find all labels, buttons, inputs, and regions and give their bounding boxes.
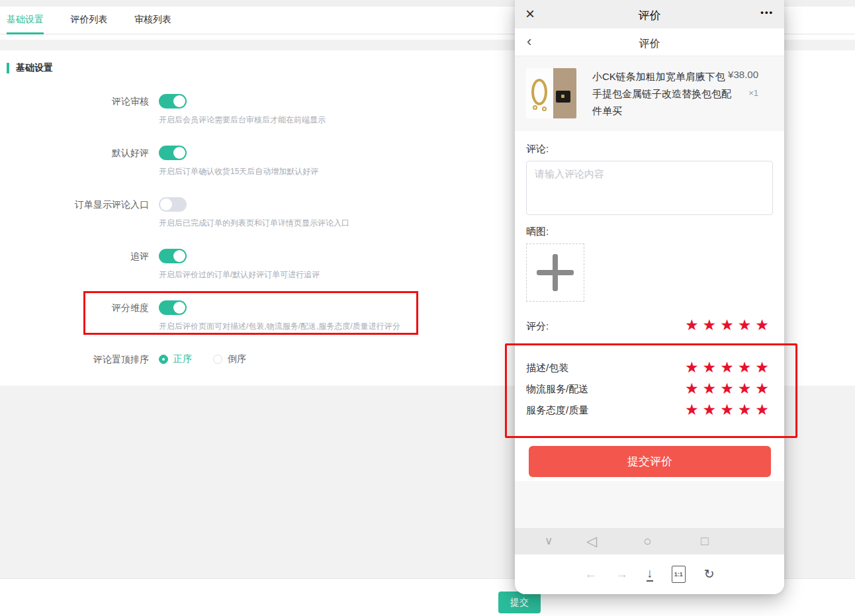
rating-label: 评分: bbox=[526, 320, 549, 333]
comment-label: 评论: bbox=[526, 143, 549, 155]
radio-dot-icon bbox=[159, 355, 168, 364]
default-good-review-toggle[interactable] bbox=[159, 146, 187, 160]
photos-label: 晒图: bbox=[526, 226, 549, 238]
phone-preview-panel: × 评价 ••• ‹ 评价 小CK链条加粗加宽单肩腋下包手提包金属链子改造替换包… bbox=[515, 0, 784, 594]
dimension-label-logistics: 物流服务/配送 bbox=[526, 383, 588, 396]
android-recents-icon[interactable]: □ bbox=[701, 528, 708, 554]
submit-button[interactable]: 提交 bbox=[498, 592, 541, 613]
add-photo-button[interactable] bbox=[526, 243, 584, 302]
tab-basic-settings[interactable]: 基础设置 bbox=[7, 7, 44, 34]
product-price: ¥38.00 bbox=[728, 69, 758, 80]
product-image bbox=[526, 68, 576, 118]
phone-page-title: 评价 bbox=[515, 37, 784, 51]
setting-label: 默认好评 bbox=[0, 146, 159, 177]
more-menu-icon[interactable]: ••• bbox=[760, 7, 774, 17]
follow-up-review-toggle[interactable] bbox=[159, 249, 187, 263]
product-title: 小CK链条加粗加宽单肩腋下包手提包金属链子改造替换包包配件单买 bbox=[592, 68, 733, 120]
android-home-icon[interactable]: ○ bbox=[643, 528, 652, 554]
description-star-rating[interactable]: ★★★★★ bbox=[685, 359, 773, 376]
bag-photo-graphic bbox=[553, 68, 576, 118]
product-quantity: ×1 bbox=[728, 88, 758, 98]
section-accent-bar bbox=[7, 63, 9, 73]
overall-star-rating[interactable]: ★★★★★ bbox=[685, 316, 773, 333]
dimension-label-service: 服务态度/质量 bbox=[526, 404, 588, 417]
plus-icon bbox=[537, 254, 574, 291]
setting-label: 订单显示评论入口 bbox=[0, 197, 159, 229]
phone-header: × 评价 ••• bbox=[515, 0, 784, 28]
android-nav-bar: ∨ ◁ ○ □ bbox=[515, 528, 784, 554]
setting-label: 评分维度 bbox=[0, 300, 159, 332]
setting-label: 评论审核 bbox=[0, 94, 159, 126]
collapse-keyboard-icon[interactable]: ∨ bbox=[545, 528, 553, 554]
android-back-icon[interactable]: ◁ bbox=[586, 528, 597, 554]
toolbar-forward-icon[interactable]: → bbox=[615, 568, 628, 581]
screen: 基础设置 评价列表 审核列表 基础设置 评论审核 开启后会员评论需要后台审核后才… bbox=[0, 0, 855, 616]
dimension-label-description: 描述/包装 bbox=[526, 362, 568, 374]
refresh-icon[interactable]: ↻ bbox=[704, 568, 715, 581]
radio-label: 倒序 bbox=[228, 353, 246, 365]
order-comment-entry-toggle[interactable] bbox=[159, 197, 187, 212]
setting-label: 评论置顶排序 bbox=[0, 352, 159, 367]
radio-dot-icon bbox=[213, 355, 222, 364]
product-summary: 小CK链条加粗加宽单肩腋下包手提包金属链子改造替换包包配件单买 ¥38.00 ×… bbox=[515, 56, 784, 131]
product-price-block: ¥38.00 ×1 bbox=[728, 69, 758, 98]
radio-ascending[interactable]: 正序 bbox=[159, 353, 192, 365]
preview-toolbar: ← → ↓ 1:1 ↻ bbox=[515, 554, 784, 594]
radio-label: 正序 bbox=[173, 353, 192, 365]
phone-header-title: 评价 bbox=[515, 8, 784, 23]
comment-input[interactable] bbox=[526, 161, 773, 215]
phone-subheader: ‹ 评价 bbox=[515, 28, 784, 56]
rating-dimensions-toggle[interactable] bbox=[159, 300, 187, 315]
service-star-rating[interactable]: ★★★★★ bbox=[685, 401, 773, 418]
tab-audit-list[interactable]: 审核列表 bbox=[134, 7, 171, 34]
tab-review-list[interactable]: 评价列表 bbox=[70, 7, 107, 34]
submit-review-button[interactable]: 提交评价 bbox=[529, 446, 771, 477]
toolbar-back-icon[interactable]: ← bbox=[584, 568, 597, 581]
gold-chain-graphic bbox=[526, 68, 553, 118]
setting-label: 追评 bbox=[0, 249, 159, 281]
download-icon[interactable]: ↓ bbox=[647, 567, 653, 582]
comment-audit-toggle[interactable] bbox=[159, 94, 187, 109]
phone-bottom-spacer bbox=[515, 481, 784, 528]
section-title: 基础设置 bbox=[16, 62, 53, 74]
radio-descending[interactable]: 倒序 bbox=[213, 353, 246, 365]
logistics-star-rating[interactable]: ★★★★★ bbox=[685, 380, 773, 397]
actual-size-icon[interactable]: 1:1 bbox=[672, 566, 686, 583]
